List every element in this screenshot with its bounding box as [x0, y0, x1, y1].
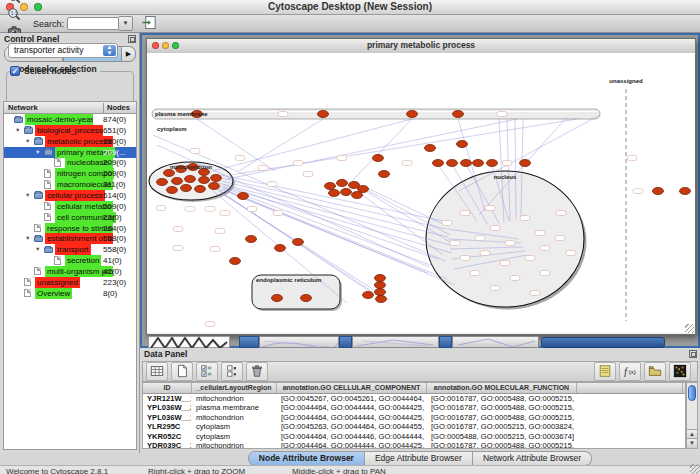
column-header[interactable]: _cellularLayoutRegion	[192, 383, 277, 393]
float-panel-icon[interactable]	[689, 350, 697, 358]
graph-node[interactable]	[680, 188, 691, 195]
table-row[interactable]: YPL036W__1mitochondrion[GO:0044464, GO:0…	[143, 413, 685, 422]
tab-network-attribute-browser[interactable]: Network Attribute Browser	[473, 451, 592, 466]
network-tree-item[interactable]: ▼cellular process614(0)	[4, 190, 136, 201]
expand-arrow-icon[interactable]: ▼	[15, 125, 20, 136]
unselect-attributes-button[interactable]	[221, 362, 243, 381]
graph-node[interactable]	[209, 183, 220, 190]
graph-node[interactable]	[653, 188, 664, 195]
graph-node[interactable]	[341, 189, 352, 196]
graph-node[interactable]	[293, 239, 304, 246]
graph-node[interactable]	[272, 295, 283, 302]
attribute-table-button[interactable]	[146, 362, 168, 381]
table-row[interactable]: YLR295Ccytoplasm[GO:0045263, GO:0044464,…	[143, 422, 685, 431]
graph-node[interactable]	[275, 245, 286, 252]
zoom-fit-button[interactable]: 1:1	[4, 7, 25, 24]
table-row[interactable]: YKR052Ccytoplasm[GO:0044464, GO:0044446,…	[143, 432, 685, 441]
table-row[interactable]: YPL036W__2plasma membrane[GO:0044464, GO…	[143, 403, 685, 412]
expand-arrow-icon[interactable]: ▼	[25, 136, 30, 147]
graph-node[interactable]	[461, 160, 472, 167]
scrollbar-thumb[interactable]	[688, 385, 696, 401]
graph-node[interactable]	[164, 170, 175, 177]
network-tree-item[interactable]: cell communicat22(0)	[4, 212, 136, 223]
graph-node[interactable]	[238, 193, 249, 200]
graph-node[interactable]	[375, 289, 386, 296]
graph-node[interactable]	[453, 111, 464, 118]
scroll-down-icon[interactable]: ▼	[687, 438, 697, 448]
network-tree-item[interactable]: response to stimulu264(0)	[4, 223, 136, 234]
more-tabs-icon[interactable]: ▶	[122, 46, 136, 62]
attribute-table[interactable]: ID_cellularLayoutRegionannotation.GO CEL…	[142, 382, 686, 449]
column-header[interactable]: annotation.GO CELLULAR_COMPONENT	[277, 383, 427, 393]
network-tree-item[interactable]: ▼establishment of lo558(0)	[4, 233, 136, 244]
network-tree-item[interactable]: unassigned223(0)	[4, 277, 136, 288]
background-windows[interactable]	[144, 336, 696, 348]
network-tree-item[interactable]: nitrogen compo209(0)	[4, 168, 136, 179]
tab-edge-attribute-browser[interactable]: Edge Attribute Browser	[365, 451, 473, 466]
function-builder-button[interactable]: f(x)	[619, 362, 641, 381]
column-header[interactable]: annotation.GO MOLECULAR_FUNCTION	[427, 383, 577, 393]
network-canvas[interactable]: plasma membranecytoplasmmitochondrionnuc…	[147, 53, 695, 333]
column-header[interactable]: ID	[143, 383, 192, 393]
graph-node[interactable]	[157, 179, 168, 186]
network-tree-item[interactable]: ▼primary metabo209(...	[4, 147, 136, 158]
delete-attribute-button[interactable]	[246, 362, 268, 381]
graph-node[interactable]	[318, 111, 329, 118]
dropdown-stepper-icon[interactable]: ▲▼	[103, 45, 116, 56]
import-attributes-button[interactable]	[644, 362, 666, 381]
network-tree-item[interactable]: ▼metabolic process280(0)	[4, 136, 136, 147]
graph-node[interactable]	[487, 160, 498, 167]
graph-node[interactable]	[363, 292, 374, 299]
attribute-notes-button[interactable]	[594, 362, 616, 381]
tab-node-attribute-browser[interactable]: Node Attribute Browser	[248, 451, 365, 466]
network-tree-item[interactable]: secretion41(0)	[4, 255, 136, 266]
column-header[interactable]	[577, 383, 683, 393]
search-dropdown-icon[interactable]: ▾	[119, 16, 133, 31]
window-resize-grip[interactable]	[690, 464, 700, 474]
graph-node[interactable]	[246, 236, 257, 243]
float-panel-icon[interactable]	[128, 35, 136, 43]
table-row[interactable]: YDR039C__1mitochondrion[GO:0044464, GO:0…	[143, 441, 685, 449]
import-network-button[interactable]	[139, 15, 160, 32]
graph-node[interactable]	[325, 183, 336, 190]
graph-node[interactable]	[520, 160, 531, 167]
create-attribute-button[interactable]	[171, 362, 193, 381]
graph-node[interactable]	[473, 160, 484, 167]
graph-node[interactable]	[373, 155, 384, 162]
table-row[interactable]: YJR121W__1mitochondrion[GO:0045267, GO:0…	[143, 394, 685, 403]
network-tree-item[interactable]: Overview8(0)	[4, 288, 136, 299]
network-tree-item[interactable]: ▼transport558(0)	[4, 244, 136, 255]
graph-node[interactable]	[375, 282, 386, 289]
attribute-matrix-button[interactable]	[669, 362, 691, 381]
graph-node[interactable]	[172, 178, 183, 185]
network-tree-header[interactable]: Network Nodes	[4, 102, 136, 114]
graph-node[interactable]	[376, 296, 387, 303]
expand-arrow-icon[interactable]: ▼	[35, 147, 40, 158]
network-tree-item[interactable]: ▼biological_process651(0)	[4, 125, 136, 136]
graph-node[interactable]	[199, 177, 210, 184]
network-tree-item[interactable]: mosaic-demo-yeast874(0)	[4, 114, 136, 125]
network-tree-item[interactable]: multi-organism pro42(0)	[4, 266, 136, 277]
graph-node[interactable]	[407, 111, 418, 118]
network-tree-item[interactable]: cellular metabo209(0)	[4, 201, 136, 212]
graph-node[interactable]	[230, 258, 241, 265]
network-tree-item[interactable]: macromolecule311(0)	[4, 179, 136, 190]
expand-arrow-icon[interactable]: ▼	[25, 233, 30, 244]
network-tree-item[interactable]: nucleobase-209(0)	[4, 157, 136, 168]
graph-node[interactable]	[211, 175, 222, 182]
graph-node[interactable]	[352, 192, 363, 199]
graph-node[interactable]	[329, 190, 340, 197]
graph-node[interactable]	[425, 145, 436, 152]
graph-node[interactable]	[375, 275, 386, 282]
view-resize-grip[interactable]	[685, 324, 694, 333]
expand-arrow-icon[interactable]: ▼	[25, 190, 30, 201]
node-color-dropdown[interactable]: transporter activity ▲▼	[8, 43, 118, 58]
expand-arrow-icon[interactable]: ▼	[35, 244, 40, 255]
graph-node[interactable]	[185, 176, 196, 183]
graph-node[interactable]	[337, 180, 348, 187]
graph-node[interactable]	[301, 295, 312, 302]
graph-node[interactable]	[457, 141, 468, 148]
graph-node[interactable]	[379, 171, 390, 178]
search-input[interactable]	[67, 17, 119, 30]
graph-node[interactable]	[195, 186, 206, 193]
